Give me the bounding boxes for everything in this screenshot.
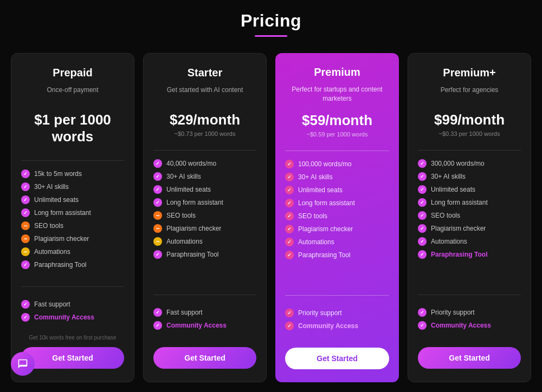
feature-icon-check-purple xyxy=(153,198,162,207)
divider xyxy=(153,150,256,151)
list-item: Unlimited seats xyxy=(285,186,389,194)
support-section-starter: Fast supportCommunity Access xyxy=(153,308,256,338)
list-item: 30+ AI skills xyxy=(21,182,124,191)
feature-text: 30+ AI skills xyxy=(166,173,201,180)
feature-icon-check-purple xyxy=(21,208,30,217)
card-title-starter: Starter xyxy=(153,67,256,79)
list-item: Priority support xyxy=(418,308,521,317)
feature-icon-minus-yellow xyxy=(153,237,162,246)
support-feature-text: Priority support xyxy=(298,309,342,317)
list-item: Fast support xyxy=(153,308,256,317)
features-list-premium-plus: 300,000 words/mo30+ AI skillsUnlimited s… xyxy=(418,159,521,282)
support-feature-text: Community Access xyxy=(166,322,227,329)
feature-icon-check-purple xyxy=(21,169,30,178)
feature-text: 30+ AI skills xyxy=(34,183,69,191)
card-price-premium-plus: $99/month xyxy=(418,112,521,128)
list-item: 300,000 words/mo xyxy=(418,159,521,168)
card-title-premium: Premium xyxy=(285,66,389,79)
feature-text: Automations xyxy=(166,238,203,245)
divider xyxy=(418,150,521,151)
page-title-section: Pricing xyxy=(11,11,531,37)
feature-icon-check-purple xyxy=(21,260,30,269)
feature-text: Unlimited seats xyxy=(431,186,475,193)
list-item: Priority support xyxy=(285,309,389,317)
feature-text: Plagiarism checker xyxy=(298,225,353,233)
list-item: 40,000 words/mo xyxy=(153,159,256,168)
list-item: Community Access xyxy=(285,322,389,330)
feature-icon-check-pink xyxy=(285,322,294,330)
support-list-premium: Priority supportCommunity Access xyxy=(285,309,389,330)
feature-icon-check-purple xyxy=(418,250,427,259)
get-started-button-premium-plus[interactable]: Get Started xyxy=(418,347,521,369)
list-item: Plagiarism checker xyxy=(153,224,256,233)
feature-text: 30+ AI skills xyxy=(298,173,333,181)
list-item: 100,000 words/mo xyxy=(285,160,389,168)
feature-icon-check-purple xyxy=(418,211,427,220)
feature-icon-minus-orange xyxy=(153,224,162,233)
support-section-premium: Priority supportCommunity Access xyxy=(285,309,389,339)
list-item: Automations xyxy=(21,247,124,256)
feature-text: 30+ AI skills xyxy=(431,173,466,180)
list-item: Community Access xyxy=(418,321,521,330)
support-feature-text: Community Access xyxy=(431,322,491,329)
chat-support-button[interactable] xyxy=(11,352,35,376)
feature-text: 40,000 words/mo xyxy=(166,160,216,167)
feature-icon-check-purple xyxy=(418,159,427,168)
free-note-prepaid: Get 10k words free on first purchase xyxy=(21,335,124,341)
list-item: Long form assistant xyxy=(153,198,256,207)
feature-icon-check-pink xyxy=(285,199,294,207)
feature-text: Unlimited seats xyxy=(166,186,211,193)
feature-icon-check-pink xyxy=(285,186,294,194)
card-subtitle-starter: Get started with AI content xyxy=(153,86,256,103)
get-started-button-premium[interactable]: Get Started xyxy=(285,348,389,369)
list-item: Unlimited seats xyxy=(418,185,521,194)
feature-text: Unlimited seats xyxy=(298,186,343,194)
list-item: Unlimited seats xyxy=(21,195,124,204)
get-started-button-prepaid[interactable]: Get Started xyxy=(21,347,124,369)
card-price-per-premium: ~$0.59 per 1000 words xyxy=(285,131,389,138)
feature-icon-check-purple xyxy=(418,185,427,194)
support-feature-text: Fast support xyxy=(34,300,70,308)
feature-text: Long form assistant xyxy=(34,209,91,217)
feature-icon-minus-orange xyxy=(153,211,162,220)
list-item: Paraphrasing Tool xyxy=(285,251,389,259)
title-underline xyxy=(255,35,287,37)
list-item: Long form assistant xyxy=(21,208,124,217)
feature-text: Long form assistant xyxy=(166,199,223,206)
divider xyxy=(21,286,124,287)
features-list-premium: 100,000 words/mo30+ AI skillsUnlimited s… xyxy=(285,160,389,283)
feature-icon-check-purple xyxy=(21,195,30,204)
list-item: Paraphrasing Tool xyxy=(21,260,124,269)
feature-text: SEO tools xyxy=(298,212,327,220)
card-price-per-premium-plus: ~$0.33 per 1000 words xyxy=(418,130,521,137)
feature-icon-check-pink xyxy=(285,225,294,233)
feature-icon-check-purple xyxy=(153,159,162,168)
card-price-prepaid: $1 per 1000 words xyxy=(21,112,124,145)
card-title-premium-plus: Premium+ xyxy=(418,67,521,79)
support-feature-text: Community Access xyxy=(298,322,358,330)
feature-text: SEO tools xyxy=(34,222,63,230)
card-subtitle-prepaid: Once-off payment xyxy=(21,86,124,103)
card-price-per-starter: ~$0.73 per 1000 words xyxy=(153,130,256,137)
feature-text: Automations xyxy=(34,248,70,256)
features-list-starter: 40,000 words/mo30+ AI skillsUnlimited se… xyxy=(153,159,256,282)
feature-icon-check-pink xyxy=(285,309,294,317)
support-feature-text: Community Access xyxy=(34,313,94,321)
feature-icon-check-purple xyxy=(418,172,427,181)
feature-text: Long form assistant xyxy=(431,199,488,206)
feature-text: Paraphrasing Tool xyxy=(298,251,351,259)
feature-text: Paraphrasing Tool xyxy=(431,251,487,258)
pricing-card-prepaid: PrepaidOnce-off payment$1 per 1000 words… xyxy=(11,53,134,382)
card-subtitle-premium: Perfect for startups and content markete… xyxy=(285,85,389,103)
page-container: Pricing PrepaidOnce-off payment$1 per 10… xyxy=(0,0,542,392)
feature-icon-check-purple xyxy=(153,308,162,317)
features-list-prepaid: 15k to 5m words30+ AI skillsUnlimited se… xyxy=(21,169,124,273)
card-title-prepaid: Prepaid xyxy=(21,67,124,79)
feature-text: 300,000 words/mo xyxy=(431,160,485,167)
list-item: Unlimited seats xyxy=(153,185,256,194)
card-price-starter: $29/month xyxy=(153,112,256,128)
feature-text: SEO tools xyxy=(166,212,196,219)
feature-text: Long form assistant xyxy=(298,199,355,207)
list-item: Fast support xyxy=(21,300,124,309)
get-started-button-starter[interactable]: Get Started xyxy=(153,347,256,369)
